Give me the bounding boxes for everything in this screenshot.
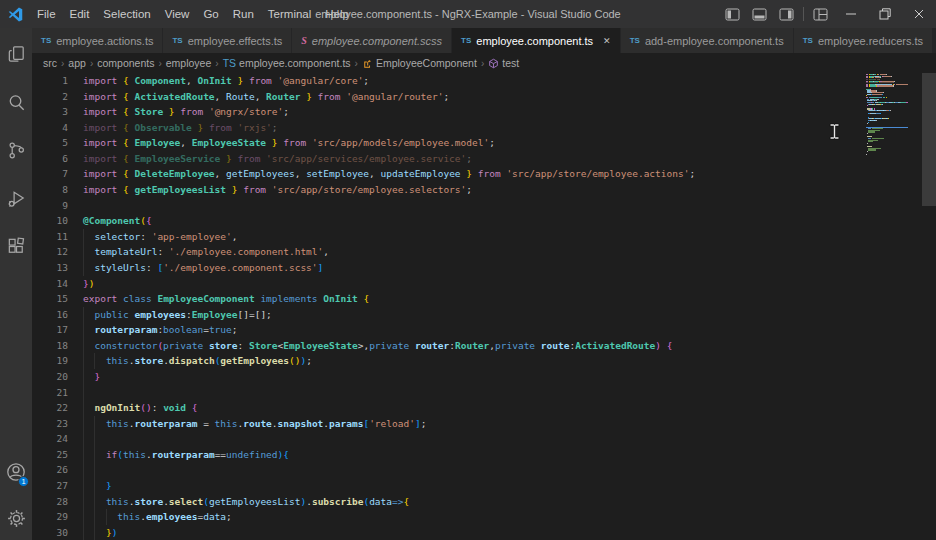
code-line[interactable]: 21 <box>32 385 936 401</box>
breadcrumb-item-EmployeeComponent[interactable]: EmployeeComponent <box>361 57 478 69</box>
code-line[interactable]: 20 } <box>32 369 936 385</box>
line-number[interactable]: 8 <box>32 182 68 198</box>
menu-terminal[interactable]: Terminal <box>261 4 318 24</box>
line-number[interactable]: 7 <box>32 166 68 182</box>
code-line[interactable]: 12 templateUrl: './employee.component.ht… <box>32 244 936 260</box>
line-number[interactable]: 15 <box>32 291 68 307</box>
code-line[interactable]: 1import { Component, OnInit } from '@ang… <box>32 73 936 89</box>
menu-selection[interactable]: Selection <box>96 4 157 24</box>
extensions-icon[interactable] <box>0 222 32 270</box>
code-line[interactable]: 2import { ActivatedRoute, Route, Router … <box>32 89 936 105</box>
scrollbar-slider[interactable] <box>922 73 936 206</box>
tab-employee.component.scss[interactable]: Semployee.component.scss <box>292 28 452 53</box>
source-control-icon[interactable] <box>0 126 32 174</box>
line-number[interactable]: 11 <box>32 229 68 245</box>
explorer-icon[interactable] <box>0 30 32 78</box>
code-line[interactable]: 4import { Observable } from 'rxjs'; <box>32 120 936 136</box>
menu-go[interactable]: Go <box>196 4 225 24</box>
breadcrumb-item-components[interactable]: components <box>96 57 155 69</box>
line-number[interactable]: 21 <box>32 385 68 401</box>
code-line[interactable]: 10@Component({ <box>32 213 936 229</box>
menu-edit[interactable]: Edit <box>63 4 97 24</box>
breadcrumb-item-test[interactable]: test <box>487 57 520 69</box>
line-number[interactable]: 9 <box>32 198 68 214</box>
tab-employee.component.ts[interactable]: TSemployee.component.ts✕ <box>452 28 621 53</box>
code-editor[interactable]: 1import { Component, OnInit } from '@ang… <box>32 73 936 540</box>
code-line[interactable]: 29 this.employees=data; <box>32 509 936 525</box>
code-line[interactable]: 28 this.store.select(getEmployeesList).s… <box>32 494 936 510</box>
code-line[interactable]: 7import { DeleteEmployee, getEmployees, … <box>32 166 936 182</box>
line-number[interactable]: 28 <box>32 494 68 510</box>
accounts-icon[interactable]: 1 <box>0 448 32 496</box>
code-line[interactable]: 25 if(this.routerparam==undefined){ <box>32 447 936 463</box>
restore-button[interactable] <box>868 0 902 28</box>
line-number[interactable]: 18 <box>32 338 68 354</box>
line-number[interactable]: 3 <box>32 104 68 120</box>
code-line[interactable]: 6import { EmployeeService } from 'src/ap… <box>32 151 936 167</box>
code-line[interactable]: 23 this.routerparam = this.route.snapsho… <box>32 416 936 432</box>
search-icon[interactable] <box>0 78 32 126</box>
toggle-secondary-sidebar-icon[interactable] <box>773 0 800 28</box>
code-line[interactable]: 14}) <box>32 276 936 292</box>
line-number[interactable]: 13 <box>32 260 68 276</box>
menu-help[interactable]: Help <box>318 4 356 24</box>
code-line[interactable]: 13 styleUrls: ['./employee.component.scs… <box>32 260 936 276</box>
line-number[interactable]: 27 <box>32 478 68 494</box>
line-number[interactable]: 12 <box>32 244 68 260</box>
line-number[interactable]: 26 <box>32 462 68 478</box>
code-line[interactable]: 19 this.store.dispatch(getEmployees()); <box>32 353 936 369</box>
line-number[interactable]: 16 <box>32 307 68 323</box>
line-number[interactable]: 25 <box>32 447 68 463</box>
line-number[interactable]: 10 <box>32 213 68 229</box>
toggle-panel-icon[interactable] <box>746 0 773 28</box>
tab-employee.reducers.ts[interactable]: TSemployee.reducers.ts <box>794 28 933 53</box>
code-line[interactable]: 11 selector: 'app-employee', <box>32 229 936 245</box>
tab-employee.actions.ts[interactable]: TSemployee.actions.ts <box>32 28 163 53</box>
breadcrumb-item-app[interactable]: app <box>67 57 87 69</box>
line-number[interactable]: 23 <box>32 416 68 432</box>
customize-layout-icon[interactable] <box>807 0 834 28</box>
tab-employee.effects.ts[interactable]: TSemployee.effects.ts <box>163 28 292 53</box>
run-and-debug-icon[interactable] <box>0 174 32 222</box>
line-number[interactable]: 6 <box>32 151 68 167</box>
line-number[interactable]: 2 <box>32 89 68 105</box>
code-line[interactable]: 22 ngOnInit(): void { <box>32 400 936 416</box>
code-line[interactable]: 16 public employees:Employee[]=[]; <box>32 307 936 323</box>
close-window-button[interactable] <box>902 0 936 28</box>
settings-gear-icon[interactable] <box>0 496 32 540</box>
line-number[interactable]: 5 <box>32 135 68 151</box>
line-number[interactable]: 17 <box>32 322 68 338</box>
code-line[interactable]: 24 <box>32 431 936 447</box>
menu-view[interactable]: View <box>158 4 197 24</box>
line-number[interactable]: 14 <box>32 276 68 292</box>
code-line[interactable]: 9 <box>32 198 936 214</box>
minimize-button[interactable] <box>834 0 868 28</box>
minimap[interactable] <box>866 74 908 156</box>
line-number[interactable]: 1 <box>32 73 68 89</box>
line-number[interactable]: 22 <box>32 400 68 416</box>
toggle-primary-sidebar-icon[interactable] <box>719 0 746 28</box>
vscode-logo-icon[interactable] <box>0 7 30 22</box>
menu-file[interactable]: File <box>30 4 63 24</box>
code-line[interactable]: 8import { getEmployeesList } from 'src/a… <box>32 182 936 198</box>
tab-add-employee.component.ts[interactable]: TSadd-employee.component.ts <box>621 28 794 53</box>
breadcrumb-item-employee.component.ts[interactable]: TSemployee.component.ts <box>222 57 352 69</box>
code-line[interactable]: 5import { Employee, EmployeeState } from… <box>32 135 936 151</box>
line-number[interactable]: 24 <box>32 431 68 447</box>
code-line[interactable]: 17 routerparam:boolean=true; <box>32 322 936 338</box>
close-tab-icon[interactable]: ✕ <box>603 36 611 46</box>
code-line[interactable]: 30 }) <box>32 525 936 540</box>
line-number[interactable]: 19 <box>32 353 68 369</box>
menu-run[interactable]: Run <box>226 4 261 24</box>
vertical-scrollbar[interactable] <box>922 73 936 540</box>
code-line[interactable]: 18 constructor(private store: Store<Empl… <box>32 338 936 354</box>
line-number[interactable]: 4 <box>32 120 68 136</box>
breadcrumb-item-employee[interactable]: employee <box>165 57 213 69</box>
code-line[interactable]: 15export class EmployeeComponent impleme… <box>32 291 936 307</box>
code-line[interactable]: 26 <box>32 462 936 478</box>
line-number[interactable]: 29 <box>32 509 68 525</box>
code-line[interactable]: 3import { Store } from '@ngrx/store'; <box>32 104 936 120</box>
code-line[interactable]: 27 } <box>32 478 936 494</box>
line-number[interactable]: 30 <box>32 525 68 540</box>
breadcrumb-item-src[interactable]: src <box>42 57 58 69</box>
